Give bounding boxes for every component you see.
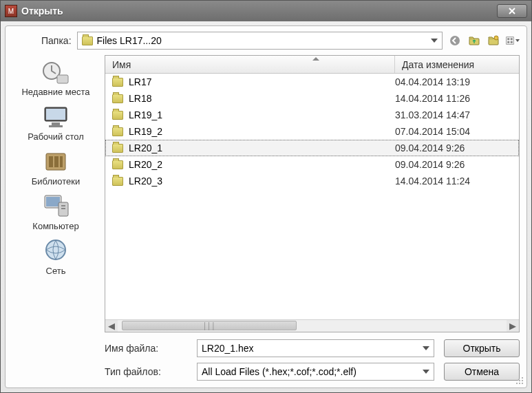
libs-icon [39,147,72,175]
svg-point-25 [522,377,523,379]
app-icon: M [5,5,17,17]
svg-point-30 [522,383,523,384]
file-date: 14.04.2014 11:26 [395,93,512,104]
svg-rect-13 [52,123,60,125]
file-date: 07.04.2014 15:04 [395,126,512,137]
resize-grip-icon[interactable] [514,375,524,385]
cancel-button[interactable]: Отмена [444,363,520,381]
open-dialog-window: M Открыть Папка: Files LR17...20 [0,0,532,393]
file-name: LR17 [129,76,151,87]
file-row[interactable]: LR20_109.04.2014 9:26 [105,140,519,156]
svg-rect-22 [61,205,65,206]
place-recent[interactable]: Недавние места [21,58,89,97]
file-date: 14.04.2014 11:24 [395,176,512,187]
svg-rect-18 [60,156,63,167]
column-name-header[interactable]: Имя [105,56,395,73]
up-folder-button[interactable] [467,34,481,47]
filename-value: LR20_1.hex [202,343,254,354]
titlebar: M Открыть [1,1,531,21]
folder-icon [112,111,123,120]
file-row[interactable]: LR19_131.03.2014 14:47 [105,107,519,123]
scroll-thumb[interactable]: │││ [122,321,297,330]
horizontal-scrollbar[interactable]: ◀ │││ ▶ [105,319,519,332]
look-in-value: Files LR17...20 [97,35,162,46]
file-date: 04.04.2014 13:19 [395,76,512,87]
place-network[interactable]: Сеть [39,237,72,276]
svg-rect-17 [54,156,58,167]
svg-rect-20 [46,197,60,206]
file-row[interactable]: LR20_209.04.2014 9:26 [105,156,519,173]
file-row[interactable]: LR1814.04.2014 11:26 [105,90,519,107]
filename-label: Имя файла: [105,343,187,354]
svg-rect-23 [61,208,65,209]
place-label: Библиотеки [32,176,80,187]
client-area: Папка: Files LR17...20 [5,25,527,388]
column-name-label: Имя [112,59,131,70]
close-button[interactable] [497,4,527,18]
place-libs[interactable]: Библиотеки [32,147,80,187]
file-name: LR19_2 [129,126,162,137]
back-button[interactable] [448,34,462,47]
folder-icon [112,127,123,136]
chevron-down-icon [423,370,429,374]
scroll-left-button[interactable]: ◀ [105,320,118,332]
filename-input[interactable]: LR20_1.hex [197,339,434,357]
svg-point-29 [519,383,520,384]
svg-rect-6 [511,38,513,40]
file-date: 31.03.2014 14:47 [395,109,512,120]
desktop-icon [39,103,72,130]
svg-rect-7 [507,41,509,43]
scroll-track[interactable]: │││ [118,320,507,332]
place-label: Сеть [46,266,66,276]
file-date: 09.04.2014 9:26 [395,142,512,153]
file-row[interactable]: LR20_314.04.2014 11:24 [105,173,519,189]
new-folder-button[interactable] [487,34,500,47]
svg-point-28 [516,383,518,384]
file-row[interactable]: LR1704.04.2014 13:19 [105,74,519,90]
file-name: LR20_1 [129,142,162,153]
recent-icon [39,58,72,85]
place-label: Компьютер [32,221,78,231]
svg-rect-12 [46,109,65,120]
cancel-button-label: Отмена [465,366,499,377]
chevron-down-icon [431,39,438,43]
folder-icon [112,177,123,186]
computer-icon [39,192,72,220]
bottom-controls: Имя файла: LR20_1.hex Открыть Тип файлов… [11,339,520,381]
place-desktop[interactable]: Рабочий стол [28,103,84,142]
look-in-row: Папка: Files LR17...20 [11,32,520,50]
up-folder-icon [469,35,480,46]
svg-point-0 [450,36,460,45]
scroll-right-button[interactable]: ▶ [507,320,519,332]
middle-area: Недавние местаРабочий столБиблиотекиКомп… [11,55,520,332]
place-label: Рабочий стол [28,131,84,142]
svg-point-27 [522,380,523,381]
look-in-label: Папка: [41,35,72,46]
open-button-label: Открыть [463,343,501,354]
svg-rect-16 [49,156,53,167]
views-button[interactable] [506,34,520,47]
open-button[interactable]: Открыть [444,339,520,357]
file-date: 09.04.2014 9:26 [395,159,512,170]
window-title: Открыть [21,6,63,17]
filetype-value: All Load Files (*.hex;*.cof;*.cod;*.elf) [202,366,357,377]
column-headers: Имя Дата изменения [105,56,519,74]
file-name: LR19_1 [129,109,162,120]
new-folder-icon [488,35,499,46]
folder-icon [112,160,123,169]
column-date-label: Дата изменения [402,59,474,70]
network-icon [39,237,72,264]
file-name: LR20_3 [129,176,162,187]
folder-icon [82,36,93,45]
place-computer[interactable]: Компьютер [32,192,78,231]
close-icon [508,7,516,15]
filetype-dropdown[interactable]: All Load Files (*.hex;*.cof;*.cod;*.elf) [197,363,434,381]
svg-point-24 [46,240,65,259]
svg-point-26 [519,380,520,381]
look-in-dropdown[interactable]: Files LR17...20 [77,32,443,50]
places-bar: Недавние местаРабочий столБиблиотекиКомп… [11,55,100,332]
file-name: LR18 [129,93,151,104]
look-in-toolbar [448,34,520,47]
column-date-header[interactable]: Дата изменения [395,56,519,73]
file-row[interactable]: LR19_207.04.2014 15:04 [105,123,519,140]
